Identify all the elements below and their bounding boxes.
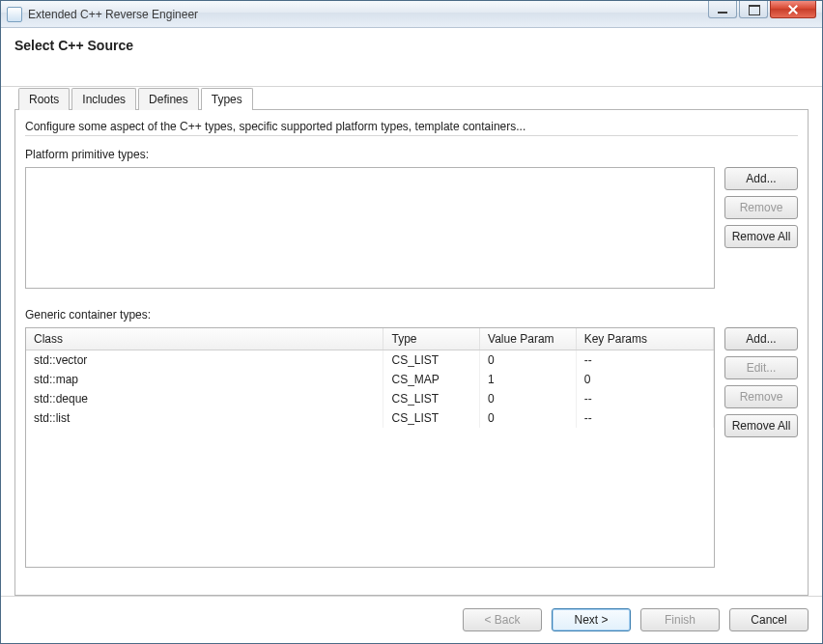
cell-class: std::vector	[26, 350, 383, 371]
container-types-table[interactable]: Class Type Value Param Key Params std::v…	[25, 327, 715, 568]
tab-includes[interactable]: Includes	[71, 88, 136, 110]
tab-panel-types: Configure some aspect of the C++ types, …	[14, 109, 809, 596]
primitive-add-button[interactable]: Add...	[724, 167, 798, 190]
container-add-button[interactable]: Add...	[724, 327, 798, 350]
minimize-button[interactable]	[708, 1, 737, 18]
cell-key_params: 0	[576, 370, 713, 389]
cell-type: CS_LIST	[383, 389, 480, 408]
primitive-remove-button: Remove	[724, 196, 798, 219]
window-controls	[708, 1, 822, 27]
maximize-button[interactable]	[739, 1, 768, 18]
cell-key_params: --	[576, 350, 713, 371]
cell-class: std::map	[26, 370, 383, 389]
primitive-types-listbox[interactable]	[25, 167, 715, 289]
next-button[interactable]: Next >	[552, 608, 631, 631]
primitive-types-label: Platform primitive types:	[25, 148, 798, 161]
tab-roots[interactable]: Roots	[18, 88, 70, 110]
cancel-button[interactable]: Cancel	[729, 608, 809, 631]
table-row[interactable]: std::dequeCS_LIST0--	[26, 389, 714, 408]
app-icon	[7, 7, 22, 22]
cell-value_param: 0	[480, 350, 577, 371]
cell-class: std::list	[26, 408, 383, 428]
panel-description: Configure some aspect of the C++ types, …	[25, 118, 798, 136]
primitive-buttons: Add... Remove Remove All	[724, 167, 798, 289]
container-types-label: Generic container types:	[25, 308, 798, 322]
back-button: < Back	[463, 608, 542, 631]
wizard-banner: Select C++ Source	[1, 28, 822, 87]
container-remove-button: Remove	[724, 385, 798, 408]
container-remove-all-button[interactable]: Remove All	[724, 414, 798, 437]
cell-value_param: 1	[480, 370, 577, 389]
col-header-type[interactable]: Type	[383, 328, 480, 350]
primitive-types-section: Add... Remove Remove All	[25, 167, 798, 289]
container-types-section: Class Type Value Param Key Params std::v…	[25, 327, 798, 568]
dialog-window: Extended C++ Reverse Engineer Select C++…	[0, 0, 823, 644]
cell-class: std::deque	[26, 389, 383, 408]
wizard-footer: < Back Next > Finish Cancel	[1, 596, 822, 643]
col-header-class[interactable]: Class	[26, 328, 383, 350]
cell-type: CS_MAP	[383, 370, 480, 389]
page-title: Select C++ Source	[14, 38, 809, 53]
table-row[interactable]: std::listCS_LIST0--	[26, 408, 714, 428]
container-edit-button: Edit...	[724, 356, 798, 379]
cell-key_params: --	[576, 408, 713, 428]
container-buttons: Add... Edit... Remove Remove All	[724, 327, 798, 568]
primitive-remove-all-button[interactable]: Remove All	[724, 225, 798, 248]
finish-button: Finish	[640, 608, 720, 631]
tab-strip: Roots Includes Defines Types	[14, 88, 809, 110]
table-row[interactable]: std::mapCS_MAP10	[26, 370, 714, 389]
tab-defines[interactable]: Defines	[138, 88, 199, 110]
cell-value_param: 0	[480, 389, 577, 408]
titlebar: Extended C++ Reverse Engineer	[1, 1, 822, 28]
cell-value_param: 0	[480, 408, 577, 428]
tab-types[interactable]: Types	[201, 88, 253, 110]
cell-key_params: --	[576, 389, 713, 408]
col-header-key-params[interactable]: Key Params	[576, 328, 713, 350]
table-header-row: Class Type Value Param Key Params	[26, 328, 714, 350]
table-row[interactable]: std::vectorCS_LIST0--	[26, 350, 714, 371]
cell-type: CS_LIST	[383, 408, 480, 428]
content-area: Roots Includes Defines Types Configure s…	[1, 87, 822, 596]
window-title: Extended C++ Reverse Engineer	[28, 8, 708, 21]
close-button[interactable]	[770, 1, 816, 18]
col-header-value-param[interactable]: Value Param	[480, 328, 577, 350]
cell-type: CS_LIST	[383, 350, 480, 371]
